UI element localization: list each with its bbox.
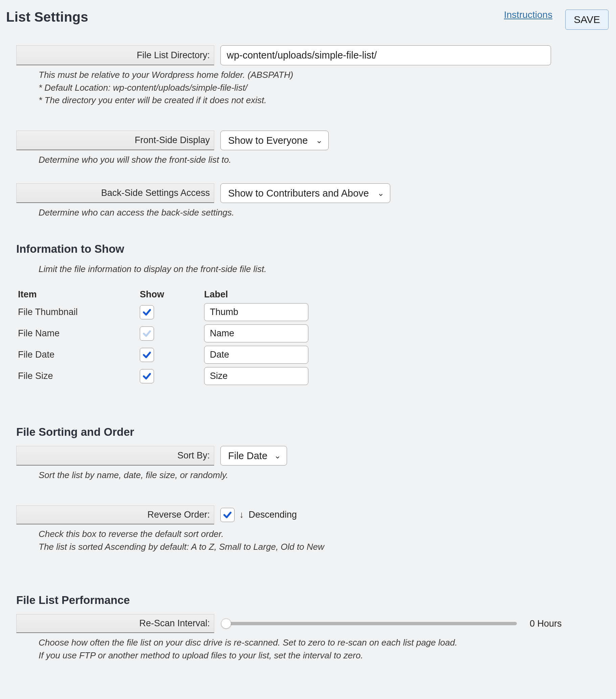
reverse-order-note-1: Check this box to reverse the default so… [39, 528, 608, 541]
front-side-display-note: Determine who you will show the front-si… [39, 154, 608, 167]
info-item-text: File Date [18, 350, 140, 360]
perf-heading: File List Performance [16, 594, 608, 607]
sort-heading: File Sorting and Order [16, 426, 608, 438]
sort-by-select[interactable]: File Date [220, 446, 287, 465]
slider-thumb[interactable] [221, 619, 231, 629]
front-side-display-select[interactable]: Show to Everyone [220, 131, 329, 150]
info-show-checkbox[interactable] [140, 305, 154, 319]
arrow-down-icon: ↓ [239, 510, 244, 520]
instructions-link[interactable]: Instructions [504, 10, 552, 20]
info-heading: Information to Show [16, 242, 608, 255]
directory-note-1: This must be relative to your Wordpress … [39, 69, 608, 81]
info-label-input[interactable] [204, 325, 308, 342]
info-col-label: Label [204, 289, 312, 300]
table-row: File Size [18, 367, 608, 385]
table-row: File Name [18, 325, 608, 342]
info-show-checkbox[interactable] [140, 369, 154, 383]
info-note: Limit the file information to display on… [39, 263, 608, 276]
table-row: File Date [18, 346, 608, 364]
info-show-checkbox[interactable] [140, 327, 154, 341]
back-side-access-note: Determine who can access the back-side s… [39, 207, 608, 219]
table-row: File Thumbnail [18, 303, 608, 321]
info-col-show: Show [140, 289, 204, 300]
reverse-order-text: Descending [249, 510, 297, 520]
info-label-input[interactable] [204, 346, 308, 364]
reverse-order-note-2: The list is sorted Ascending by default:… [39, 541, 608, 554]
front-side-display-label: Front-Side Display [16, 131, 214, 150]
rescan-interval-value: 0 Hours [530, 619, 562, 629]
info-label-input[interactable] [204, 303, 308, 321]
back-side-access-select[interactable]: Show to Contributers and Above [220, 183, 390, 203]
rescan-interval-slider[interactable] [222, 622, 517, 625]
directory-note-3: * The directory you enter will be create… [39, 94, 608, 107]
reverse-order-label: Reverse Order: [16, 505, 214, 524]
directory-note-2: * Default Location: wp-content/uploads/s… [39, 81, 608, 94]
file-list-directory-input[interactable] [220, 45, 551, 65]
sort-by-note: Sort the list by name, date, file size, … [39, 469, 608, 482]
save-button[interactable]: SAVE [565, 10, 608, 30]
info-item-text: File Thumbnail [18, 307, 140, 317]
info-item-text: File Size [18, 371, 140, 381]
info-col-item: Item [18, 289, 140, 300]
rescan-interval-label: Re-Scan Interval: [16, 614, 214, 633]
reverse-order-checkbox[interactable] [220, 508, 235, 522]
info-show-checkbox[interactable] [140, 348, 154, 362]
rescan-note-2: If you use FTP or another method to uplo… [39, 649, 608, 662]
sort-by-label: Sort By: [16, 446, 214, 465]
rescan-note-1: Choose how often the file list on your d… [39, 636, 608, 649]
info-label-input[interactable] [204, 367, 308, 385]
info-item-text: File Name [18, 328, 140, 339]
page-title: List Settings [6, 10, 88, 25]
back-side-access-label: Back-Side Settings Access [16, 183, 214, 203]
file-list-directory-label: File List Directory: [16, 45, 214, 65]
